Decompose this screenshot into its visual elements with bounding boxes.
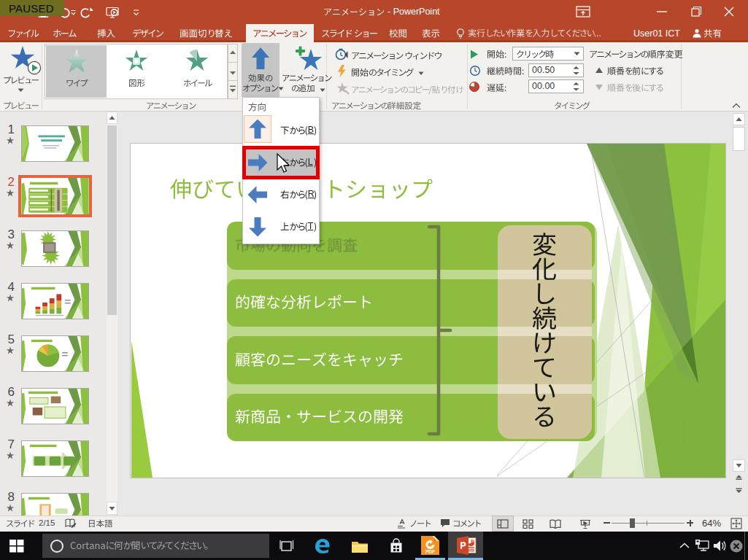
svg-text:PDF: PDF [425, 549, 435, 554]
